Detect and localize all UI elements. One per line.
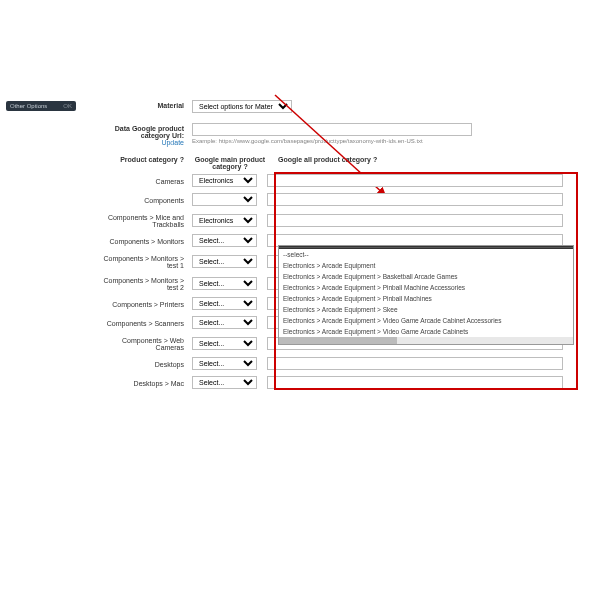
column-headers: Product category ? Google main product c… bbox=[100, 156, 586, 170]
material-row: Material Select options for Materi bbox=[100, 100, 586, 113]
update-link[interactable]: Update bbox=[161, 139, 184, 146]
dropdown-option[interactable]: Electronics > Arcade Equipment > Video G… bbox=[279, 315, 573, 326]
category-row: DesktopsSelect... bbox=[100, 357, 586, 370]
help-icon[interactable]: ? bbox=[180, 156, 184, 163]
category-name: Components > Monitors > test 1 bbox=[100, 253, 192, 269]
main-category-select[interactable]: Select... bbox=[192, 277, 257, 290]
main-category-select[interactable] bbox=[192, 193, 257, 206]
data-url-label: Data Google product category Url: Update bbox=[100, 123, 192, 146]
category-name: Components bbox=[100, 195, 192, 204]
category-name: Desktops bbox=[100, 359, 192, 368]
dropdown-option[interactable]: Electronics > Arcade Equipment > Basketb… bbox=[279, 271, 573, 282]
main-category-select[interactable]: Select... bbox=[192, 316, 257, 329]
all-category-input[interactable] bbox=[267, 193, 563, 206]
dropdown-option[interactable]: Electronics > Arcade Equipment > Skee bbox=[279, 304, 573, 315]
all-category-input[interactable] bbox=[267, 214, 563, 227]
all-category-input[interactable] bbox=[267, 357, 563, 370]
taxonomy-url-hint: Example: https://www.google.com/basepage… bbox=[192, 138, 472, 144]
main-category-select[interactable]: Select... bbox=[192, 255, 257, 268]
main-category-select[interactable]: Select... bbox=[192, 234, 257, 247]
all-category-input[interactable] bbox=[267, 376, 563, 389]
category-name: Components > Web Cameras bbox=[100, 335, 192, 351]
category-name: Components > Monitors > test 2 bbox=[100, 275, 192, 291]
category-name: Desktops > Mac bbox=[100, 378, 192, 387]
dropdown-scrollbar[interactable] bbox=[279, 337, 573, 344]
main-category-select[interactable]: Electronics bbox=[192, 214, 257, 227]
taxonomy-url-input[interactable] bbox=[192, 123, 472, 136]
category-name: Cameras bbox=[100, 176, 192, 185]
category-row: Components bbox=[100, 193, 586, 206]
dropdown-option[interactable]: Electronics > Arcade Equipment > Pinball… bbox=[279, 293, 573, 304]
main-category-select[interactable]: Select... bbox=[192, 376, 257, 389]
category-row: Desktops > MacSelect... bbox=[100, 376, 586, 389]
category-name: Components > Printers bbox=[100, 299, 192, 308]
material-label: Material bbox=[100, 100, 192, 109]
material-select[interactable]: Select options for Materi bbox=[192, 100, 292, 113]
help-icon[interactable]: ? bbox=[373, 156, 377, 163]
category-row: CamerasElectronics bbox=[100, 174, 586, 187]
category-name: Components > Mice and Trackballs bbox=[100, 212, 192, 228]
all-category-input[interactable] bbox=[267, 174, 563, 187]
help-icon[interactable]: ? bbox=[243, 163, 247, 170]
dropdown-option[interactable]: --select-- bbox=[279, 249, 573, 260]
main-category-select[interactable]: Select... bbox=[192, 337, 257, 350]
main-category-select[interactable]: Select... bbox=[192, 297, 257, 310]
dropdown-option[interactable]: Electronics > Arcade Equipment bbox=[279, 260, 573, 271]
category-dropdown[interactable]: --select-- Electronics > Arcade Equipmen… bbox=[278, 245, 574, 345]
dropdown-option[interactable]: Electronics > Arcade Equipment > Pinball… bbox=[279, 282, 573, 293]
main-category-select[interactable]: Electronics bbox=[192, 174, 257, 187]
category-name: Components > Monitors bbox=[100, 236, 192, 245]
dropdown-option[interactable]: Electronics > Arcade Equipment > Video G… bbox=[279, 326, 573, 337]
main-category-select[interactable]: Select... bbox=[192, 357, 257, 370]
category-name: Components > Scanners bbox=[100, 318, 192, 327]
data-url-row: Data Google product category Url: Update… bbox=[100, 123, 586, 146]
category-row: Components > Mice and TrackballsElectron… bbox=[100, 212, 586, 228]
